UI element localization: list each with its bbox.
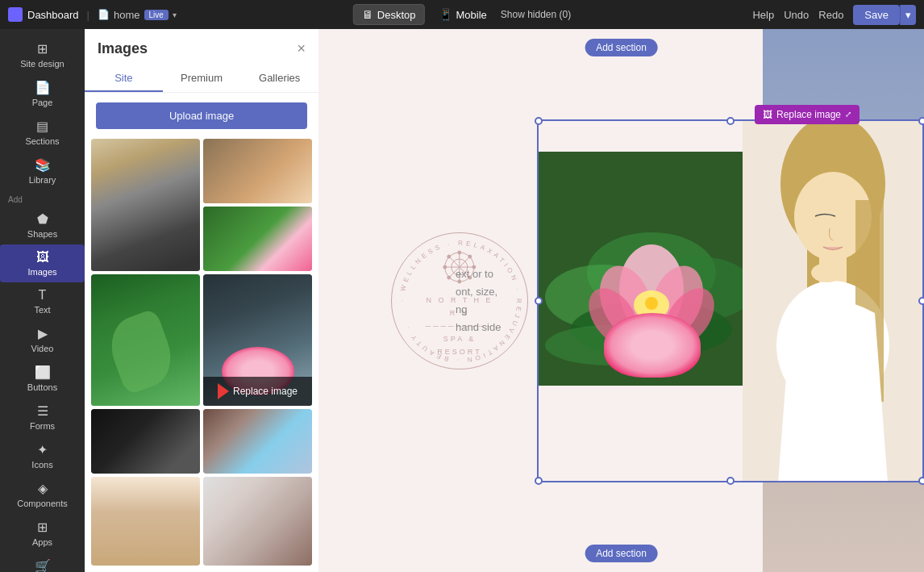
ecommerce-icon: 🛒	[35, 558, 51, 572]
images-grid: Replace image	[85, 139, 318, 572]
undo-button[interactable]: Undo	[784, 9, 809, 21]
add-section-label: Add	[0, 190, 85, 206]
add-section-bottom-button[interactable]: Add section	[585, 545, 658, 562]
sidebar-item-forms[interactable]: ☰ Forms	[0, 398, 85, 436]
sidebar-item-icons[interactable]: ✦ Icons	[0, 436, 85, 475]
dashboard-label: Dashboard	[27, 9, 79, 21]
replace-label: Replace image	[233, 386, 298, 397]
video-icon: ▶	[38, 326, 48, 341]
library-icon: 📚	[35, 157, 51, 173]
image-thumb-hands-top[interactable]	[203, 139, 312, 271]
replace-arrow-icon	[218, 383, 229, 399]
page-name-label: home	[114, 9, 140, 21]
page-icon: 📄	[35, 80, 51, 95]
replace-image-button[interactable]: 🖼 Replace image ⤢	[755, 105, 859, 124]
panel-close-button[interactable]: ×	[297, 40, 306, 57]
sidebar-item-buttons[interactable]: ⬜ Buttons	[0, 359, 85, 398]
tab-site[interactable]: Site	[85, 65, 163, 92]
sidebar-item-components[interactable]: ◈ Components	[0, 475, 85, 514]
spa-canvas: N O R T H E R N ───────── SPA & RESORT ·…	[318, 29, 924, 572]
image-thumb-massage[interactable]	[203, 477, 312, 566]
text-line-1: ext or to	[456, 265, 501, 282]
components-icon: ◈	[38, 481, 48, 496]
sidebar-item-sections[interactable]: ▤ Sections	[0, 113, 85, 152]
page-name[interactable]: 📄 home Live ▾	[98, 9, 177, 21]
sidebar-item-text[interactable]: T Text	[0, 282, 85, 320]
redo-button[interactable]: Redo	[818, 9, 843, 21]
dashboard-button[interactable]: Dashboard	[8, 7, 79, 22]
mobile-button[interactable]: 📱 Mobile	[430, 4, 496, 25]
desktop-icon: 🖥	[362, 8, 373, 21]
forms-label: Forms	[30, 421, 55, 431]
forms-icon: ☰	[37, 403, 48, 419]
sidebar-item-apps[interactable]: ⊞ Apps	[0, 514, 85, 553]
help-button[interactable]: Help	[752, 9, 774, 21]
panel-tabs: Site Premium Galleries	[85, 65, 318, 93]
selected-image-container[interactable]: 🖼 Replace image ⤢	[537, 119, 924, 482]
sidebar-item-images[interactable]: 🖼 Images	[0, 244, 85, 282]
sidebar-item-video[interactable]: ▶ Video	[0, 320, 85, 359]
add-section-top-button[interactable]: Add section	[585, 39, 658, 56]
site-design-icon: ⊞	[37, 41, 48, 56]
panel-title: Images	[98, 40, 148, 57]
sidebar-item-site-design[interactable]: ⊞ Site design	[0, 35, 85, 74]
woman-svg	[743, 119, 924, 482]
text-label: Text	[34, 305, 50, 315]
replace-overlay[interactable]: Replace image	[203, 377, 312, 406]
desktop-button[interactable]: 🖥 Desktop	[353, 4, 425, 25]
dashboard-icon	[8, 7, 23, 22]
topbar-center: 🖥 Desktop 📱 Mobile Show hidden (0)	[353, 4, 571, 25]
buttons-label: Buttons	[27, 382, 57, 392]
sidebar-item-page[interactable]: 📄 Page	[0, 74, 85, 113]
buttons-icon: ⬜	[35, 365, 51, 380]
save-button-group: Save ▾	[853, 5, 916, 25]
image-thumb-woman-blonde[interactable]	[91, 477, 200, 566]
mobile-label: Mobile	[456, 9, 487, 21]
image-thumb-dark-hands[interactable]	[91, 409, 200, 474]
images-icon: 🖼	[36, 250, 49, 265]
library-label: Library	[29, 175, 56, 185]
shapes-icon: ⬟	[37, 211, 48, 227]
show-hidden-button[interactable]: Show hidden (0)	[501, 9, 571, 20]
sidebar-item-ecommerce[interactable]: 🛒 E-commerce	[0, 553, 85, 572]
image-thumb-leaf[interactable]	[91, 274, 200, 407]
panel-header: Images ×	[85, 29, 318, 65]
text-icon: T	[39, 288, 47, 303]
image-thumb-city[interactable]	[203, 409, 312, 474]
topbar-right: Help Undo Redo Save ▾	[752, 5, 916, 25]
replace-image-icon: 🖼	[763, 109, 772, 120]
image-thumb-stones[interactable]	[91, 139, 200, 271]
page-dropdown-arrow[interactable]: ▾	[173, 10, 177, 19]
text-line-4: hand side	[456, 319, 501, 336]
topbar: Dashboard | 📄 home Live ▾ 🖥 Desktop 📱 Mo…	[0, 0, 924, 29]
handle-bottom-middle[interactable]	[726, 477, 735, 485]
upload-image-button[interactable]: Upload image	[96, 102, 307, 129]
sidebar-item-shapes[interactable]: ⬟ Shapes	[0, 206, 85, 244]
site-design-label: Site design	[20, 59, 64, 69]
replace-image-expand-icon: ⤢	[845, 110, 851, 119]
lotus-svg	[537, 152, 767, 386]
text-line-3: ng	[456, 301, 501, 319]
text-line-2: ont, size,	[456, 282, 501, 300]
sections-label: Sections	[25, 136, 59, 146]
images-label: Images	[27, 267, 56, 277]
canvas-lotus-image[interactable]	[537, 152, 767, 386]
topbar-left: Dashboard | 📄 home Live ▾	[8, 7, 177, 22]
text-content-area: ext or to ont, size, ng hand side	[456, 265, 501, 336]
tab-galleries[interactable]: Galleries	[240, 65, 318, 92]
canvas-woman-image[interactable]	[743, 119, 924, 482]
handle-top-middle[interactable]	[726, 117, 735, 125]
tab-premium[interactable]: Premium	[163, 65, 241, 92]
components-label: Components	[17, 499, 67, 508]
svg-point-20	[545, 325, 674, 365]
sidebar-item-library[interactable]: 📚 Library	[0, 152, 85, 190]
apps-label: Apps	[32, 537, 52, 547]
left-nav: ⊞ Site design 📄 Page ▤ Sections 📚 Librar…	[0, 29, 85, 572]
save-dropdown-button[interactable]: ▾	[900, 5, 916, 25]
live-badge: Live	[144, 10, 169, 20]
images-panel: Images × Site Premium Galleries Upload i…	[85, 29, 318, 572]
image-thumb-lotus-large[interactable]: Replace image	[203, 274, 312, 407]
save-button[interactable]: Save	[853, 5, 900, 25]
mobile-icon: 📱	[439, 8, 452, 21]
shapes-label: Shapes	[27, 229, 57, 239]
